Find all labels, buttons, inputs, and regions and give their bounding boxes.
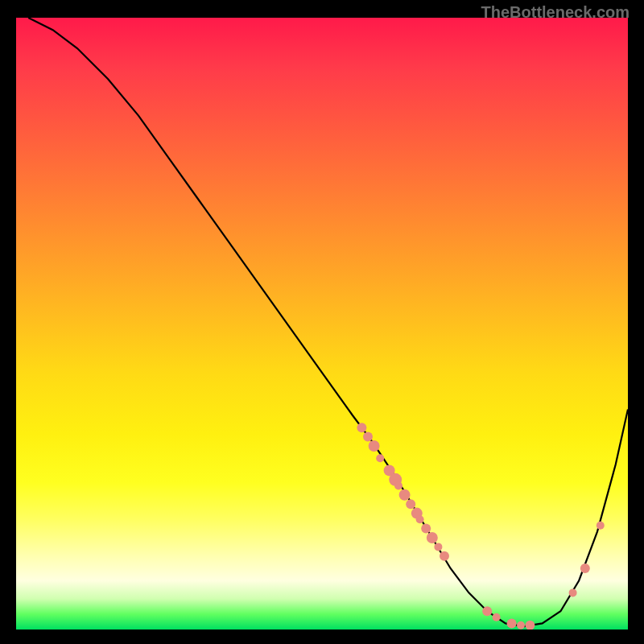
data-marker <box>525 621 535 630</box>
plot-area <box>16 18 628 630</box>
data-marker <box>569 588 577 597</box>
data-marker <box>434 543 442 551</box>
data-marker <box>427 532 438 543</box>
watermark-text: TheBottleneck.com <box>481 3 630 22</box>
data-marker <box>517 621 525 630</box>
data-marker <box>580 564 590 573</box>
data-marker <box>440 551 449 561</box>
data-marker <box>507 618 517 628</box>
data-marker <box>597 522 605 530</box>
data-marker <box>363 432 373 442</box>
curve-line <box>28 18 628 626</box>
data-marker <box>482 606 492 616</box>
data-marker <box>421 524 431 534</box>
data-marker <box>416 515 424 523</box>
data-marker <box>357 423 366 432</box>
data-marker <box>376 454 384 462</box>
data-marker <box>399 489 411 501</box>
data-marker <box>493 613 501 621</box>
data-marker <box>406 499 415 509</box>
data-marker <box>369 440 380 452</box>
data-marker <box>394 481 402 489</box>
chart-svg <box>16 18 628 630</box>
